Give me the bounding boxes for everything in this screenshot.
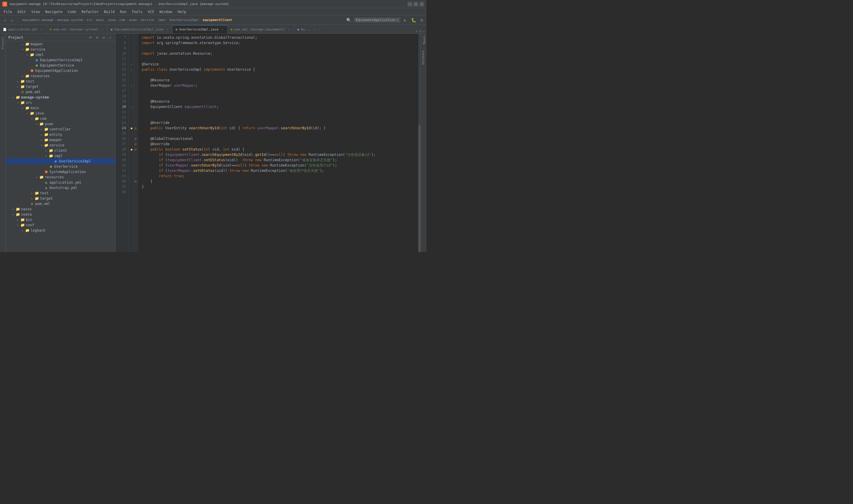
tab-close-pom-equip[interactable]: ✕ [287,27,291,31]
breadcrumb-yuan[interactable]: yuan [129,18,137,22]
tree-item-client[interactable]: 📁 client [6,148,115,153]
window-controls[interactable]: — □ ✕ [407,2,424,6]
tree-item-impl-equip[interactable]: 📁 impl [6,52,115,57]
tree-item-pom-ms[interactable]: m pom.xml [6,201,115,206]
tree-item-src-ms[interactable]: 📁 src [6,100,115,105]
tab-overflow-button[interactable]: ▾ [416,29,418,33]
tab-close-appyml[interactable]: ✕ [39,27,43,31]
tab-pom-equip[interactable]: m pom.xml (manage-equipment) ✕ [228,25,294,33]
breadcrumb-service[interactable]: service [141,18,154,22]
tab-close-pom-manage[interactable]: ✕ [100,27,104,31]
code-content[interactable]: import io.seata.spring.annotation.Global… [138,34,418,252]
tree-item-entity[interactable]: 📁 entity [6,132,115,137]
tree-item-test-ms[interactable]: 📁 test [6,191,115,196]
tab-close-user[interactable]: ✕ [220,28,224,32]
menu-run[interactable]: Run [118,9,129,15]
tree-item-resources-equip[interactable]: 📁 resources [6,73,115,79]
collapse-icon[interactable]: ⊟ [94,35,100,40]
tab-settings-button[interactable]: ⚙ [419,29,421,33]
database-tab[interactable]: Database [421,49,425,66]
tree-item-logback[interactable]: 📁 logback [6,228,115,233]
tree-item-userserviceimpl[interactable]: ● UserServiceImpl [6,159,115,164]
tree-item-yuan-ms[interactable]: 📁 yuan [6,121,115,127]
menu-vcs[interactable]: VCS [145,9,157,15]
tab-appyml[interactable]: 📄 application.yml ✕ [0,25,47,33]
tree-item-impl-ms[interactable]: 📁 impl [6,153,115,159]
tree-item-manage-system[interactable]: 📁 manage-system [6,95,115,100]
search-button[interactable]: 🔍 [345,17,352,24]
fold-icon-28[interactable]: ⊟ [135,148,136,151]
menu-view[interactable]: View [29,9,42,15]
tree-item-mapper[interactable]: 📁 mapper [6,41,115,47]
tree-item-main-ms[interactable]: 📁 main [6,105,115,111]
tree-item-equipmentapp[interactable]: ⬟ EquipmentApplication [6,68,115,73]
breadcrumb-manage-system[interactable]: manage-system [57,18,83,22]
run-config[interactable]: EquipmentApplication ▾ [354,17,400,22]
breadcrumb-current[interactable]: equipmentClient [203,18,232,22]
tree-item-java-ms[interactable]: 📁 java [6,111,115,116]
breadcrumb-src[interactable]: src [86,18,92,22]
maven-tab[interactable]: Maven [421,34,426,46]
tree-item-appyml-ms[interactable]: ■ application.yml [6,180,115,185]
tree-item-equipmentservice[interactable]: ● EquipmentService [6,63,115,68]
menu-navigate[interactable]: Navigate [43,9,65,15]
code-editor[interactable]: 7 8 9 10 11 12 13 14 15 16 17 18 19 20 2… [116,34,421,252]
tree-item-service[interactable]: 📁 service [6,47,115,52]
fold-icon-26[interactable]: ⊟ [135,137,136,141]
tree-item-bin[interactable]: 📁 bin [6,217,115,222]
tree-item-seata[interactable]: 📁 seata [6,212,115,217]
fold-icon-27[interactable]: ⊟ [135,143,136,146]
menu-help[interactable]: Help [175,9,189,15]
tab-close-bo[interactable]: ✕ [313,27,317,31]
project-tab[interactable]: Project [1,35,5,51]
maximize-button[interactable]: □ [414,2,418,6]
tree-item-target-ms[interactable]: 📁 target [6,196,115,201]
tree-item-systemapp[interactable]: ⬟ SystemApplication [6,169,115,175]
tab-pom-manage[interactable]: m pom.xml (manage-system) ✕ [47,25,107,33]
tree-item-pom-equip[interactable]: m pom.xml [6,89,115,95]
tab-equipmentserviceimpl[interactable]: ● EquipmentServiceImpl.java ✕ [108,25,173,33]
close-sidebar-icon[interactable]: ✕ [107,35,113,40]
minimize-button[interactable]: — [407,2,412,6]
fold-icon-24[interactable]: ⊟ [135,127,136,130]
settings-button[interactable]: ⚙ [418,17,425,24]
tree-item-nacos[interactable]: 📁 nacos [6,206,115,212]
tree-item-bootstrapyml[interactable]: ■ bootstrap.yml [6,185,115,191]
breadcrumb-impl[interactable]: impl [158,18,166,22]
menu-code[interactable]: Code [65,9,79,15]
menu-refactor[interactable]: Refactor [79,9,101,15]
menu-file[interactable]: File [1,9,15,15]
tree-item-userservice[interactable]: ● UserService [6,164,115,169]
debug-button[interactable]: 🐛 [410,17,417,24]
menu-build[interactable]: Build [102,9,117,15]
tree-item-resources-ms[interactable]: 📁 resources [6,175,115,180]
tree-item-test-equip[interactable]: 📁 test [6,79,115,84]
breadcrumb-userserviceimpl[interactable]: UserServiceImpl [170,18,199,22]
tree-item-service-ms[interactable]: 📁 service [6,143,115,148]
breadcrumb-main[interactable]: main [96,18,104,22]
tab-bo[interactable]: ● bo... ✕ [294,25,320,33]
tree-item-controller[interactable]: 📁 controller [6,127,115,132]
run-button[interactable]: ▶ [402,17,409,24]
menu-tools[interactable]: Tools [129,9,145,15]
forward-button[interactable]: ▷ [9,17,16,24]
scrollbar[interactable] [418,34,421,252]
scrollbar-thumb[interactable] [418,125,420,252]
tree-item-conf[interactable]: 📁 conf [6,222,115,228]
back-button[interactable]: ◁ [1,17,8,24]
tree-item-equipmentserviceimpl[interactable]: ● EquipmentServiceImpl [6,57,115,63]
tree-item-target-equip[interactable]: 📁 target [6,84,115,89]
breadcrumb-equipment-manage[interactable]: equipment-manage [22,18,54,22]
sync-icon[interactable]: ⟳ [88,35,93,40]
tab-close-equip[interactable]: ✕ [165,27,169,31]
breadcrumb-java[interactable]: java [108,18,116,22]
breadcrumb-com[interactable]: com [119,18,125,22]
menu-window[interactable]: Window [157,9,175,15]
fold-icon-34[interactable]: ⊟ [135,180,136,183]
gear-icon[interactable]: ⚙ [101,35,106,40]
menu-edit[interactable]: Edit [15,9,29,15]
tree-item-com-ms[interactable]: 📁 com [6,116,115,121]
tab-userserviceimpl[interactable]: ● UserServiceImpl.java ✕ [173,25,228,33]
tree-item-mapper-ms[interactable]: 📁 mapper [6,137,115,143]
close-button[interactable]: ✕ [419,2,424,6]
